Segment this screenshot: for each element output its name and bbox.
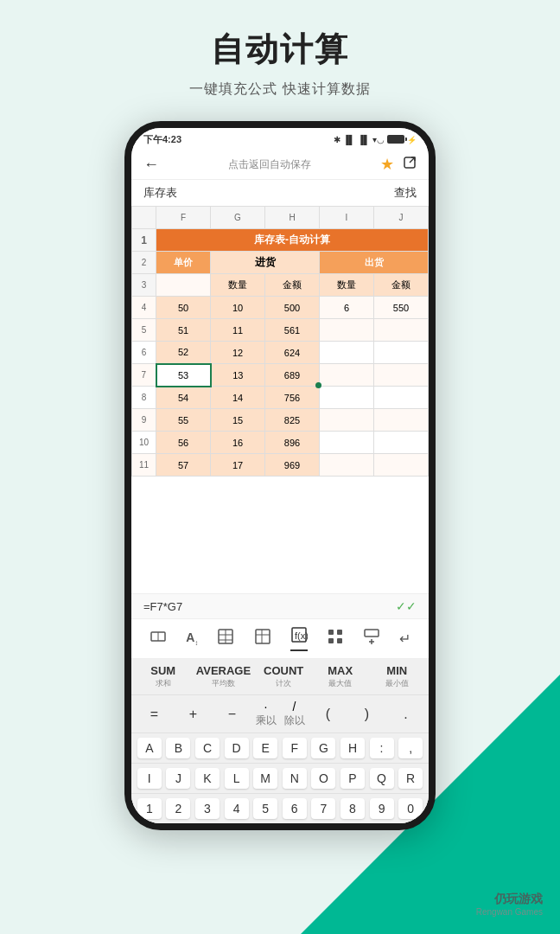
table-icon[interactable] (217, 628, 234, 649)
corner-cell (132, 207, 156, 229)
cell-g10[interactable]: 16 (211, 432, 265, 454)
text-format-icon[interactable]: A↕ (186, 630, 198, 647)
cell-f4[interactable]: 50 (156, 297, 211, 319)
key-3[interactable]: 3 (195, 798, 220, 819)
key-6[interactable]: 6 (283, 798, 307, 819)
cell-h7[interactable]: 689 (265, 364, 320, 387)
key-o[interactable]: O (311, 768, 335, 789)
key-0[interactable]: 0 (398, 798, 423, 819)
favorite-icon[interactable]: ★ (380, 155, 394, 174)
cell-f11[interactable]: 57 (156, 454, 211, 477)
key-2[interactable]: 2 (166, 798, 190, 819)
count-button[interactable]: COUNT 计次 (260, 664, 308, 689)
cell-g5[interactable]: 11 (211, 319, 265, 342)
key-h[interactable]: H (340, 738, 365, 758)
average-button[interactable]: AVERAGE 平均数 (196, 664, 251, 689)
cell-j4[interactable]: 550 (374, 297, 429, 319)
cell-h8[interactable]: 756 (265, 387, 320, 409)
cell-g11[interactable]: 17 (211, 454, 265, 477)
cell-h9[interactable]: 825 (265, 409, 320, 432)
key-f[interactable]: F (283, 738, 307, 758)
key-i[interactable]: I (137, 768, 162, 789)
cell-i4[interactable]: 6 (320, 297, 374, 319)
cell-i5[interactable] (320, 319, 374, 342)
cell-i6[interactable] (320, 342, 374, 364)
cell-f5[interactable]: 51 (156, 319, 211, 342)
key-n[interactable]: N (283, 768, 307, 789)
key-7[interactable]: 7 (311, 798, 335, 819)
cell-j11[interactable] (374, 454, 429, 477)
cell-h6[interactable]: 624 (265, 342, 320, 364)
cell-i7[interactable] (320, 364, 374, 387)
share-icon[interactable] (403, 156, 417, 173)
lparen-key[interactable]: ( (313, 707, 344, 722)
key-4[interactable]: 4 (225, 798, 249, 819)
cell-g7[interactable]: 13 (211, 364, 265, 387)
key-d[interactable]: D (225, 738, 249, 758)
cell-j8[interactable] (374, 387, 429, 409)
cell-h5[interactable]: 561 (265, 319, 320, 342)
key-colon[interactable]: : (370, 738, 394, 758)
cell-f8[interactable]: 54 (156, 387, 211, 409)
key-m[interactable]: M (253, 768, 277, 789)
cell-i11[interactable] (320, 454, 374, 477)
cell-f10[interactable]: 56 (156, 432, 211, 454)
key-q[interactable]: Q (370, 768, 394, 789)
cell-h4[interactable]: 500 (265, 297, 320, 319)
key-g[interactable]: G (311, 738, 335, 758)
find-button[interactable]: 查找 (394, 185, 417, 201)
dot-key[interactable]: . (391, 707, 422, 722)
key-p[interactable]: P (340, 768, 365, 789)
multiply-key[interactable]: · 乘以 (256, 700, 277, 728)
max-button[interactable]: MAX 最大值 (316, 664, 364, 689)
plus-key[interactable]: + (178, 707, 209, 722)
rparen-key[interactable]: ) (352, 707, 383, 722)
cell-i8[interactable] (320, 387, 374, 409)
minus-key[interactable]: − (217, 707, 248, 722)
cell-j6[interactable] (374, 342, 429, 364)
formula-icon[interactable]: f(x) (290, 626, 308, 651)
key-1[interactable]: 1 (137, 798, 162, 819)
key-j[interactable]: J (166, 768, 190, 789)
key-c[interactable]: C (195, 738, 220, 758)
cell-j5[interactable] (374, 319, 429, 342)
cell-i10[interactable] (320, 432, 374, 454)
cell-f9[interactable]: 55 (156, 409, 211, 432)
cell-h11[interactable]: 969 (265, 454, 320, 477)
back-button[interactable]: ← (143, 156, 159, 174)
key-b[interactable]: B (166, 738, 190, 758)
key-5[interactable]: 5 (253, 798, 277, 819)
cell-j10[interactable] (374, 432, 429, 454)
cell-j9[interactable] (374, 409, 429, 432)
cell-g9[interactable]: 15 (211, 409, 265, 432)
formula-confirm-icon[interactable]: ✓✓ (396, 599, 417, 613)
key-a[interactable]: A (137, 738, 162, 758)
sheet-header: 库存表 查找 (131, 180, 429, 206)
key-9[interactable]: 9 (370, 798, 394, 819)
formula-text[interactable]: =F7*G7 (143, 600, 182, 613)
cell-i9[interactable] (320, 409, 374, 432)
cell-g4[interactable]: 10 (211, 297, 265, 319)
merge-tool-icon[interactable] (150, 628, 167, 649)
cell-f6[interactable]: 52 (156, 342, 211, 364)
key-r[interactable]: R (398, 768, 423, 789)
column-icon[interactable] (254, 628, 271, 649)
equals-key[interactable]: = (139, 707, 170, 722)
enter-icon[interactable]: ↵ (399, 630, 410, 647)
insert-row-icon[interactable] (363, 628, 380, 649)
key-k[interactable]: K (195, 768, 220, 789)
cell-g8[interactable]: 14 (211, 387, 265, 409)
battery-icon (387, 135, 404, 144)
sum-button[interactable]: SUM 求和 (139, 664, 187, 689)
grid-icon[interactable] (327, 628, 344, 649)
divide-key[interactable]: / 除以 (284, 700, 305, 728)
key-l[interactable]: L (225, 768, 249, 789)
min-button[interactable]: MIN 最小值 (373, 664, 421, 689)
key-e[interactable]: E (253, 738, 277, 758)
key-comma[interactable]: , (398, 738, 423, 758)
cell-f7[interactable]: 53 (156, 364, 211, 387)
key-8[interactable]: 8 (340, 798, 365, 819)
cell-h10[interactable]: 896 (265, 432, 320, 454)
cell-j7[interactable] (374, 364, 429, 387)
cell-g6[interactable]: 12 (211, 342, 265, 364)
